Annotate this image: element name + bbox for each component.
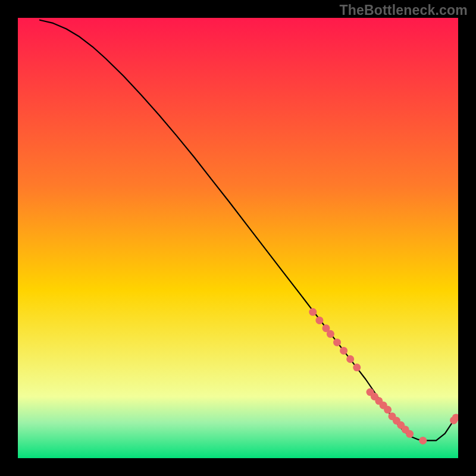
marker-dot [327,330,334,338]
marker-dot [353,364,361,371]
marker-dot [315,317,323,324]
plot-area [18,18,458,458]
marker-dot [346,355,354,363]
watermark-label: TheBottleneck.com [339,2,468,18]
marker-dot [340,347,347,355]
marker-dot [384,406,392,414]
marker-dot [333,339,341,346]
chart-svg [18,18,458,458]
marker-dot [419,437,427,444]
marker-dot [406,430,414,438]
chart-stage: TheBottleneck.com [0,0,476,476]
svg-rect-0 [18,18,458,458]
marker-dot [309,308,317,316]
